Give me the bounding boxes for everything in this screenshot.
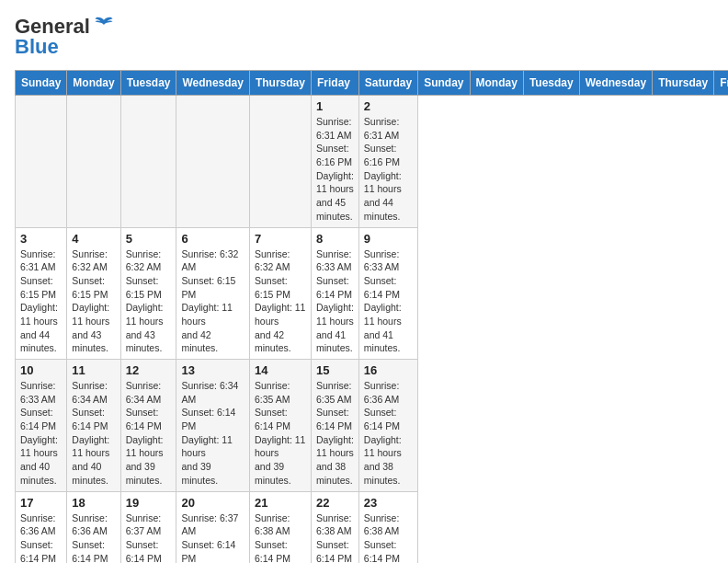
day-number: 11 <box>72 363 115 377</box>
calendar-cell: 23Sunrise: 6:38 AMSunset: 6:14 PMDayligh… <box>358 491 417 563</box>
day-info: Sunrise: 6:34 AMSunset: 6:14 PMDaylight:… <box>72 379 115 488</box>
day-number: 18 <box>72 496 115 510</box>
calendar-cell: 20Sunrise: 6:37 AMSunset: 6:14 PMDayligh… <box>176 491 249 563</box>
day-number: 7 <box>255 232 306 246</box>
calendar-cell: 11Sunrise: 6:34 AMSunset: 6:14 PMDayligh… <box>67 360 120 492</box>
day-info: Sunrise: 6:33 AMSunset: 6:14 PMDaylight:… <box>364 247 413 356</box>
calendar-week-row: 1Sunrise: 6:31 AMSunset: 6:16 PMDaylight… <box>16 96 729 228</box>
day-info: Sunrise: 6:32 AMSunset: 6:15 PMDaylight:… <box>255 247 306 356</box>
day-info: Sunrise: 6:36 AMSunset: 6:14 PMDaylight:… <box>72 511 115 564</box>
calendar-cell: 7Sunrise: 6:32 AMSunset: 6:15 PMDaylight… <box>249 227 311 360</box>
calendar-cell: 6Sunrise: 6:32 AMSunset: 6:15 PMDaylight… <box>176 227 249 360</box>
day-info: Sunrise: 6:37 AMSunset: 6:14 PMDaylight:… <box>181 511 244 564</box>
col-header-monday: Monday <box>67 71 120 96</box>
calendar-cell: 1Sunrise: 6:31 AMSunset: 6:16 PMDaylight… <box>311 96 358 228</box>
calendar-cell: 15Sunrise: 6:35 AMSunset: 6:14 PMDayligh… <box>311 360 358 492</box>
day-number: 12 <box>126 363 172 377</box>
day-info: Sunrise: 6:37 AMSunset: 6:14 PMDaylight:… <box>126 511 172 564</box>
day-info: Sunrise: 6:31 AMSunset: 6:15 PMDaylight:… <box>20 247 62 356</box>
col-header-thursday: Thursday <box>249 71 311 96</box>
calendar-cell: 2Sunrise: 6:31 AMSunset: 6:16 PMDaylight… <box>358 96 417 228</box>
day-number: 14 <box>255 363 306 377</box>
day-info: Sunrise: 6:38 AMSunset: 6:14 PMDaylight:… <box>364 511 413 564</box>
col-header-wednesday: Wednesday <box>176 71 249 96</box>
calendar-cell: 5Sunrise: 6:32 AMSunset: 6:15 PMDaylight… <box>120 227 176 360</box>
calendar-cell <box>120 96 176 228</box>
day-info: Sunrise: 6:38 AMSunset: 6:14 PMDaylight:… <box>255 511 306 564</box>
day-number: 20 <box>181 496 244 510</box>
day-number: 15 <box>316 363 354 377</box>
col-header-monday: Monday <box>470 71 523 96</box>
day-number: 6 <box>181 232 244 246</box>
day-info: Sunrise: 6:34 AMSunset: 6:14 PMDaylight:… <box>126 379 172 488</box>
col-header-sunday: Sunday <box>16 71 67 96</box>
calendar-cell: 13Sunrise: 6:34 AMSunset: 6:14 PMDayligh… <box>176 360 249 492</box>
calendar-cell: 4Sunrise: 6:32 AMSunset: 6:15 PMDaylight… <box>67 227 120 360</box>
col-header-tuesday: Tuesday <box>120 71 176 96</box>
day-info: Sunrise: 6:31 AMSunset: 6:16 PMDaylight:… <box>364 115 413 224</box>
day-info: Sunrise: 6:32 AMSunset: 6:15 PMDaylight:… <box>126 247 172 356</box>
calendar-week-row: 17Sunrise: 6:36 AMSunset: 6:14 PMDayligh… <box>16 491 729 563</box>
calendar-week-row: 10Sunrise: 6:33 AMSunset: 6:14 PMDayligh… <box>16 360 729 492</box>
day-number: 4 <box>72 232 115 246</box>
day-info: Sunrise: 6:32 AMSunset: 6:15 PMDaylight:… <box>72 247 115 356</box>
calendar-cell: 10Sunrise: 6:33 AMSunset: 6:14 PMDayligh… <box>16 360 67 492</box>
col-header-wednesday: Wednesday <box>579 71 652 96</box>
calendar-cell <box>67 96 120 228</box>
day-number: 16 <box>364 363 413 377</box>
calendar-cell: 22Sunrise: 6:38 AMSunset: 6:14 PMDayligh… <box>311 491 358 563</box>
calendar-header-row: SundayMondayTuesdayWednesdayThursdayFrid… <box>16 71 729 96</box>
day-info: Sunrise: 6:34 AMSunset: 6:14 PMDaylight:… <box>181 379 244 488</box>
page-header: General Blue <box>15 15 713 59</box>
day-number: 9 <box>364 232 413 246</box>
day-number: 8 <box>316 232 354 246</box>
calendar-cell: 16Sunrise: 6:36 AMSunset: 6:14 PMDayligh… <box>358 360 417 492</box>
day-info: Sunrise: 6:35 AMSunset: 6:14 PMDaylight:… <box>316 379 354 488</box>
calendar-cell <box>16 96 67 228</box>
calendar-cell: 14Sunrise: 6:35 AMSunset: 6:14 PMDayligh… <box>249 360 311 492</box>
day-number: 10 <box>20 363 62 377</box>
day-number: 23 <box>364 496 413 510</box>
calendar-cell: 12Sunrise: 6:34 AMSunset: 6:14 PMDayligh… <box>120 360 176 492</box>
calendar-table: SundayMondayTuesdayWednesdayThursdayFrid… <box>15 70 728 563</box>
calendar-cell <box>176 96 249 228</box>
day-info: Sunrise: 6:36 AMSunset: 6:14 PMDaylight:… <box>20 511 62 564</box>
calendar-week-row: 3Sunrise: 6:31 AMSunset: 6:15 PMDaylight… <box>16 227 729 360</box>
calendar-cell: 8Sunrise: 6:33 AMSunset: 6:14 PMDaylight… <box>311 227 358 360</box>
calendar-cell: 21Sunrise: 6:38 AMSunset: 6:14 PMDayligh… <box>249 491 311 563</box>
day-info: Sunrise: 6:33 AMSunset: 6:14 PMDaylight:… <box>316 247 354 356</box>
day-number: 5 <box>126 232 172 246</box>
calendar-cell: 9Sunrise: 6:33 AMSunset: 6:14 PMDaylight… <box>358 227 417 360</box>
day-info: Sunrise: 6:38 AMSunset: 6:14 PMDaylight:… <box>316 511 354 564</box>
day-number: 13 <box>181 363 244 377</box>
day-number: 1 <box>316 99 354 113</box>
col-header-tuesday: Tuesday <box>523 71 579 96</box>
calendar-cell: 3Sunrise: 6:31 AMSunset: 6:15 PMDaylight… <box>16 227 67 360</box>
day-number: 3 <box>20 232 62 246</box>
logo: General Blue <box>15 15 114 59</box>
day-number: 2 <box>364 99 413 113</box>
logo-blue-text: Blue <box>15 35 59 59</box>
col-header-friday: Friday <box>714 71 728 96</box>
col-header-friday: Friday <box>311 71 358 96</box>
calendar-cell: 17Sunrise: 6:36 AMSunset: 6:14 PMDayligh… <box>16 491 67 563</box>
logo-bird-icon <box>94 15 114 35</box>
col-header-sunday: Sunday <box>418 71 470 96</box>
day-number: 19 <box>126 496 172 510</box>
col-header-thursday: Thursday <box>653 71 714 96</box>
day-info: Sunrise: 6:35 AMSunset: 6:14 PMDaylight:… <box>255 379 306 488</box>
day-info: Sunrise: 6:33 AMSunset: 6:14 PMDaylight:… <box>20 379 62 488</box>
day-number: 21 <box>255 496 306 510</box>
calendar-cell: 18Sunrise: 6:36 AMSunset: 6:14 PMDayligh… <box>67 491 120 563</box>
day-info: Sunrise: 6:32 AMSunset: 6:15 PMDaylight:… <box>181 247 244 356</box>
calendar-cell: 19Sunrise: 6:37 AMSunset: 6:14 PMDayligh… <box>120 491 176 563</box>
calendar-cell <box>249 96 311 228</box>
col-header-saturday: Saturday <box>358 71 417 96</box>
day-number: 17 <box>20 496 62 510</box>
day-info: Sunrise: 6:36 AMSunset: 6:14 PMDaylight:… <box>364 379 413 488</box>
day-info: Sunrise: 6:31 AMSunset: 6:16 PMDaylight:… <box>316 115 354 224</box>
day-number: 22 <box>316 496 354 510</box>
